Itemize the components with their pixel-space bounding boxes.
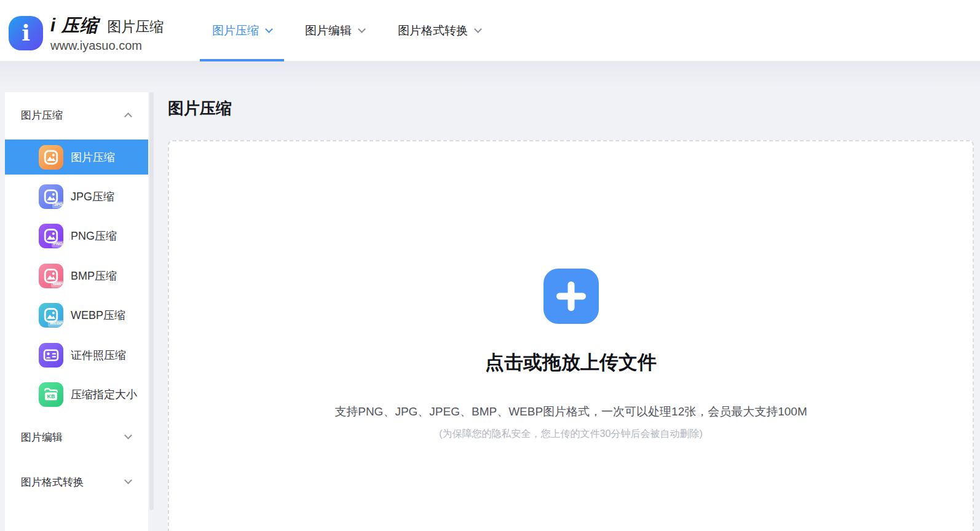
nav-tab-label: 图片格式转换 — [398, 23, 468, 39]
jpg-compress-icon: JPG — [39, 184, 63, 209]
sidebar-item-label: PNG压缩 — [71, 229, 117, 243]
sidebar-item-label: JPG压缩 — [71, 189, 114, 204]
chevron-down-icon — [358, 25, 366, 33]
top-nav: 图片压缩 图片编辑 图片格式转换 — [196, 0, 497, 61]
logo[interactable]: i i 压缩 图片压缩 www.iyasuo.com — [9, 14, 164, 53]
sidebar-item-label: BMP压缩 — [71, 269, 117, 283]
chevron-down-icon — [124, 476, 132, 484]
page: i i 压缩 图片压缩 www.iyasuo.com 图片压缩 图片编辑 图片格… — [0, 0, 980, 531]
sidebar-item-jpg-compress[interactable]: JPG JPG压缩 — [5, 179, 148, 214]
brand-name: i 压缩 — [50, 14, 98, 38]
kb-label: KB — [47, 393, 55, 399]
upload-formats-text: 支持PNG、JPG、JPEG、BMP、WEBP图片格式，一次可以处理12张，会员… — [334, 404, 807, 420]
png-badge: PNG — [52, 241, 65, 247]
nav-tab-label: 图片压缩 — [212, 23, 259, 39]
sidebar-item-label: 图片压缩 — [71, 150, 115, 165]
page-title: 图片压缩 — [168, 98, 232, 119]
sidebar-item-webp-compress[interactable]: WEBP WEBP压缩 — [5, 297, 148, 332]
sidebar-section-label: 图片格式转换 — [21, 475, 84, 489]
kb-size-compress-icon: KB — [39, 382, 63, 407]
sidebar-item-label: 证件照压缩 — [71, 348, 126, 363]
logo-icon: i — [9, 16, 43, 50]
sidebar-section-format-convert[interactable]: 图片格式转换 — [5, 467, 148, 497]
bmp-compress-icon: BMP — [39, 264, 63, 288]
nav-tab-label: 图片编辑 — [305, 23, 352, 39]
sidebar-item-compress-to-size[interactable]: KB 压缩指定大小 — [5, 377, 148, 412]
logo-letter: i — [22, 22, 30, 44]
plus-upload-icon[interactable] — [543, 269, 599, 324]
chevron-down-icon — [265, 25, 273, 33]
chevron-down-icon — [474, 25, 482, 33]
nav-tab-image-edit[interactable]: 图片编辑 — [288, 0, 381, 61]
upload-privacy-note: (为保障您的隐私安全，您上传的文件30分钟后会被自动删除) — [439, 428, 702, 441]
jpg-badge: JPG — [52, 202, 65, 208]
sidebar-scrollbar[interactable] — [149, 92, 154, 510]
webp-compress-icon: WEBP — [39, 303, 63, 328]
sidebar-section-label: 图片压缩 — [21, 108, 63, 122]
bmp-badge: BMP — [51, 281, 65, 287]
sidebar-item-png-compress[interactable]: PNG PNG压缩 — [5, 218, 148, 253]
sidebar-item-bmp-compress[interactable]: BMP BMP压缩 — [5, 258, 148, 293]
logo-text: i 压缩 图片压缩 www.iyasuo.com — [50, 14, 164, 53]
nav-tab-image-compress[interactable]: 图片压缩 — [196, 0, 288, 61]
sidebar-item-image-compress[interactable]: 图片压缩 — [5, 140, 148, 175]
nav-tab-format-convert[interactable]: 图片格式转换 — [381, 0, 497, 61]
sidebar: 图片压缩 图片压缩 JPG JPG压缩 PNG PNG压缩 — [5, 92, 148, 531]
sidebar-section-image-edit[interactable]: 图片编辑 — [5, 422, 148, 452]
image-compress-icon — [39, 145, 63, 170]
sidebar-section-label: 图片编辑 — [21, 430, 63, 444]
sidebar-item-label: WEBP压缩 — [71, 308, 125, 323]
upload-dropzone[interactable]: 点击或拖放上传文件 支持PNG、JPG、JPEG、BMP、WEBP图片格式，一次… — [168, 140, 974, 531]
site-url: www.iyasuo.com — [50, 39, 164, 53]
id-photo-compress-icon — [39, 343, 63, 368]
chevron-up-icon — [124, 112, 132, 120]
png-compress-icon: PNG — [39, 224, 63, 248]
sidebar-item-id-photo-compress[interactable]: 证件照压缩 — [5, 337, 148, 372]
header: i i 压缩 图片压缩 www.iyasuo.com 图片压缩 图片编辑 图片格… — [0, 0, 980, 61]
sidebar-item-label: 压缩指定大小 — [71, 387, 137, 402]
sidebar-section-image-compress[interactable]: 图片压缩 — [5, 100, 148, 130]
upload-title: 点击或拖放上传文件 — [485, 350, 657, 376]
webp-badge: WEBP — [48, 320, 65, 326]
brand-suffix: 图片压缩 — [107, 17, 164, 36]
chevron-down-icon — [124, 431, 132, 439]
